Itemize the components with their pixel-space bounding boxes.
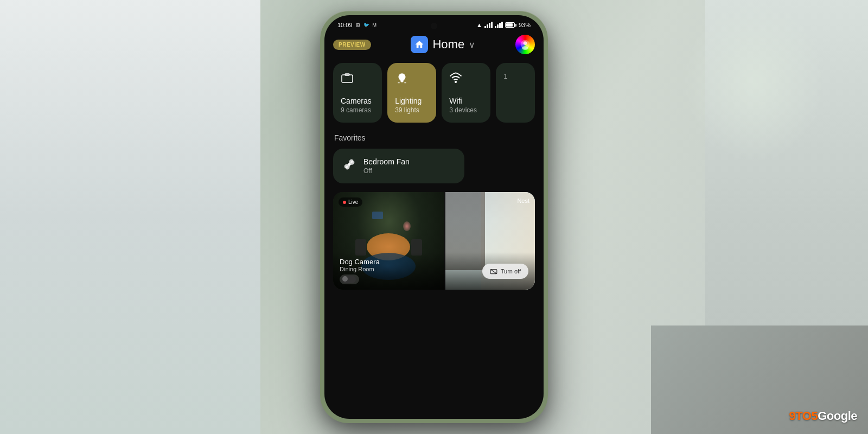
status-time: 10:09: [337, 22, 353, 28]
wifi-title: Wifi: [449, 97, 483, 105]
app-content: PREVIEW Home ∨: [324, 30, 544, 290]
home-title[interactable]: Home ∨: [411, 36, 475, 53]
svg-line-8: [490, 269, 497, 273]
app-header: PREVIEW Home ∨: [333, 30, 535, 63]
watermark-prefix: 9TO5: [789, 409, 818, 423]
cameras-subtitle: 9 cameras: [341, 106, 374, 114]
partial-subtitle: 1: [503, 73, 527, 80]
bg-left: [0, 0, 260, 434]
camera-icon: [341, 72, 374, 88]
svg-rect-3: [342, 75, 353, 82]
home-icon: [411, 36, 428, 53]
battery-icon: [505, 22, 516, 28]
twitter-icon: 🐦: [363, 22, 369, 28]
fan-name: Bedroom Fan: [363, 157, 410, 166]
live-indicator: [343, 201, 346, 204]
partial-card[interactable]: 1: [496, 63, 535, 123]
phone-screen: 10:09 ⊞ 🐦 M ▲: [324, 15, 544, 419]
toggle-thumb: [342, 276, 356, 283]
svg-point-1: [524, 41, 527, 45]
avatar[interactable]: [515, 35, 535, 54]
grid-icon: ⊞: [356, 22, 360, 28]
lighting-subtitle: 39 lights: [395, 106, 429, 114]
favorites-label: Favorites: [333, 133, 535, 142]
fan-icon: [343, 158, 356, 174]
cam-room-info: Dog Camera Dining Room: [340, 258, 380, 284]
status-left: 10:09 ⊞ 🐦 M: [337, 22, 376, 28]
lighting-icon: [395, 72, 429, 89]
wifi-icon: [449, 72, 483, 88]
svg-point-2: [522, 46, 528, 50]
phone-outer: 10:09 ⊞ 🐦 M ▲: [320, 11, 548, 423]
lighting-card[interactable]: Lighting 39 lights: [387, 63, 436, 123]
cam-room-name: Dog Camera: [340, 258, 380, 266]
svg-point-5: [455, 81, 456, 82]
watermark: 9TO5Google: [789, 409, 857, 423]
cam-toggle[interactable]: [340, 275, 359, 284]
cam-nest-label: Nest: [517, 197, 529, 204]
fan-info: Bedroom Fan Off: [363, 157, 410, 175]
fan-card[interactable]: Bedroom Fan Off: [333, 149, 464, 183]
turn-off-button[interactable]: Turn off: [482, 264, 528, 279]
cameras-card[interactable]: Cameras 9 cameras: [333, 63, 382, 123]
cam-room-sub: Dining Room: [340, 266, 380, 272]
device-cards-grid: Cameras 9 cameras Ligh: [333, 63, 535, 123]
cam-bottom-bar: Dog Camera Dining Room: [333, 252, 535, 290]
phone-wrapper: 10:09 ⊞ 🐦 M ▲: [320, 11, 548, 423]
status-right: ▲: [476, 22, 531, 28]
lte-bars-icon: [495, 22, 503, 28]
home-label: Home: [432, 37, 464, 52]
bg-blur: [684, 0, 825, 163]
lighting-title: Lighting: [395, 97, 429, 105]
cam-live-label: Live: [339, 197, 362, 207]
front-camera: [431, 23, 437, 29]
camera-feed[interactable]: Live Nest Dog Camera Dining Room: [333, 192, 535, 290]
wifi-card[interactable]: Wifi 3 devices: [442, 63, 490, 123]
cameras-title: Cameras: [341, 97, 374, 105]
live-text: Live: [348, 199, 358, 205]
chevron-down-icon: ∨: [469, 40, 475, 50]
wifi-subtitle: 3 devices: [449, 106, 483, 114]
wifi-signal-icon: ▲: [476, 22, 482, 28]
battery-percent: 93%: [519, 22, 531, 28]
watermark-suffix: Google: [818, 409, 857, 423]
signal-bars-icon: [484, 22, 493, 28]
turn-off-label: Turn off: [501, 268, 521, 275]
mail-icon: M: [373, 22, 377, 28]
preview-badge: PREVIEW: [333, 40, 371, 50]
fan-status: Off: [363, 167, 410, 175]
